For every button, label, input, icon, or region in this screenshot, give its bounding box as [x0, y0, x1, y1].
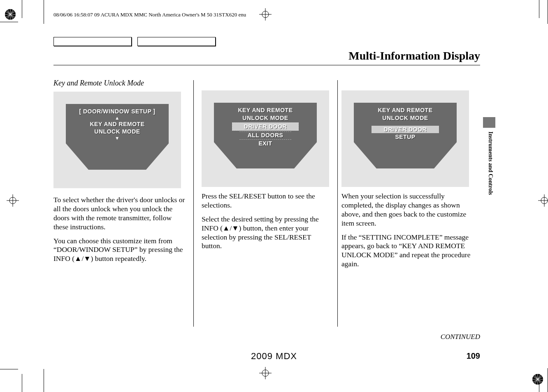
- paragraph: You can choose this customize item from …: [53, 237, 185, 264]
- page-number: 109: [467, 351, 480, 361]
- crop-mark: [0, 369, 18, 369]
- display-option-selected: DRIVER DOOR: [372, 126, 439, 133]
- display-line: UNLOCK MODE: [94, 128, 140, 136]
- paragraph: When your selection is successfully comp…: [341, 192, 473, 228]
- display-option: EXIT: [258, 140, 272, 148]
- display-line: KEY AND REMOTE: [90, 121, 144, 128]
- page-title: Multi-Information Display: [348, 49, 480, 62]
- paragraph: If the “SETTING INCOMPLETE” message appe…: [341, 233, 473, 269]
- paragraph: Select the desired setting by pressing t…: [202, 215, 327, 251]
- crop-mark: [22, 374, 22, 392]
- section-tab: [483, 117, 495, 128]
- registration-radial-icon: [532, 373, 544, 387]
- crop-mark: [539, 0, 539, 18]
- column-3: KEY AND REMOTE UNLOCK MODE DRIVER DOOR S…: [333, 79, 473, 274]
- crosshair-icon: [7, 194, 19, 208]
- triangle-up-icon: ▲: [74, 254, 81, 263]
- triangle-up-icon: ▲: [223, 224, 230, 232]
- display-line: UNLOCK MODE: [242, 115, 288, 122]
- display-line: KEY AND REMOTE: [238, 107, 293, 114]
- display-option-selected: DRIVER DOOR: [232, 122, 299, 131]
- header-boxes: [53, 37, 216, 46]
- display-line: [ DOOR/WINDOW SETUP ]: [79, 108, 155, 115]
- registration-radial-icon: [4, 8, 16, 22]
- section-tab-label: Instruments and Controls: [487, 131, 494, 195]
- crop-mark: [44, 0, 44, 24]
- registration-mark-icon: [259, 367, 272, 381]
- triangle-down-icon: ▼: [232, 224, 239, 232]
- document-meta: 08/06/06 16:58:07 09 ACURA MDX MMC North…: [53, 12, 246, 18]
- text-run: ) button repeatedly.: [91, 254, 146, 263]
- content-area: Key and Remote Unlock Mode [ DOOR/WINDOW…: [53, 79, 473, 274]
- display-diagram-1: [ DOOR/WINDOW SETUP ] ▲ KEY AND REMOTE U…: [53, 92, 181, 188]
- display-diagram-2: KEY AND REMOTE UNLOCK MODE DRIVER DOOR A…: [202, 90, 329, 187]
- triangle-up-icon: ▲: [115, 116, 119, 120]
- paragraph: Press the SEL/RESET button to see the se…: [202, 192, 327, 210]
- display-option: SETUP: [395, 134, 415, 141]
- registration-mark-icon: [259, 8, 272, 22]
- horizontal-rule: [53, 65, 480, 65]
- subheading: Key and Remote Unlock Mode: [53, 79, 185, 88]
- display-option: ALL DOORS: [239, 131, 292, 140]
- triangle-down-icon: ▼: [84, 254, 91, 263]
- display-diagram-3: KEY AND REMOTE UNLOCK MODE DRIVER DOOR S…: [341, 90, 469, 187]
- triangle-down-icon: ▼: [115, 136, 119, 141]
- display-line: UNLOCK MODE: [382, 115, 428, 122]
- column-1: Key and Remote Unlock Mode [ DOOR/WINDOW…: [53, 79, 193, 274]
- crosshair-icon: [538, 194, 548, 208]
- continued-label: CONTINUED: [441, 333, 480, 341]
- display-line: KEY AND REMOTE: [378, 107, 432, 114]
- empty-box: [137, 37, 216, 46]
- crop-mark: [44, 369, 44, 392]
- footer-model: 2009 MDX: [251, 351, 297, 362]
- column-2: KEY AND REMOTE UNLOCK MODE DRIVER DOOR A…: [193, 79, 333, 274]
- empty-box: [53, 37, 132, 46]
- crop-mark: [22, 0, 22, 18]
- paragraph: To select whether the driver's door unlo…: [53, 196, 185, 232]
